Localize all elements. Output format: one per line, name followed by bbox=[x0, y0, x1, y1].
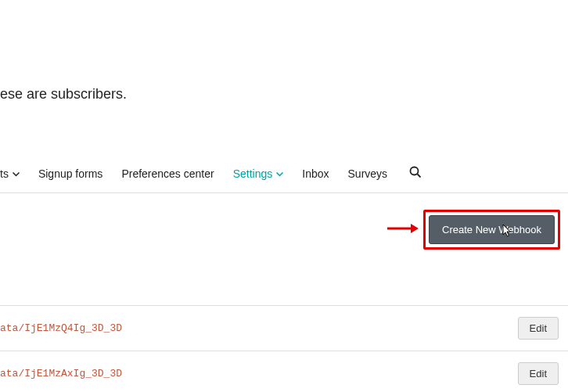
search-icon[interactable] bbox=[409, 166, 422, 182]
arrow-right-icon bbox=[387, 222, 419, 238]
tab-signup-forms[interactable]: Signup forms bbox=[38, 167, 102, 180]
webhook-list: ata/IjE1MzQ4Ig_3D_3D Edit ata/IjE1MzAxIg… bbox=[0, 305, 568, 392]
tab-inbox[interactable]: Inbox bbox=[302, 167, 329, 180]
edit-button[interactable]: Edit bbox=[518, 317, 559, 340]
svg-marker-3 bbox=[411, 224, 419, 233]
page-description: ese are subscribers. bbox=[0, 86, 127, 102]
webhook-row: ata/IjE1MzQ4Ig_3D_3D Edit bbox=[0, 305, 568, 351]
create-new-webhook-button[interactable]: Create New Webhook bbox=[429, 215, 555, 244]
highlight-box: Create New Webhook bbox=[423, 210, 560, 250]
webhook-row: ata/IjE1MzAxIg_3D_3D Edit bbox=[0, 351, 568, 392]
webhook-url: ata/IjE1MzAxIg_3D_3D bbox=[0, 368, 122, 379]
chevron-down-icon bbox=[13, 170, 20, 178]
tab-settings[interactable]: Settings bbox=[233, 167, 284, 180]
edit-button[interactable]: Edit bbox=[518, 362, 559, 385]
tab-truncated[interactable]: ts bbox=[0, 167, 20, 180]
svg-line-1 bbox=[418, 174, 421, 178]
tab-label: ts bbox=[0, 167, 9, 180]
tab-label: Surveys bbox=[348, 167, 388, 180]
tab-label: Signup forms bbox=[38, 167, 102, 180]
tab-surveys[interactable]: Surveys bbox=[348, 167, 388, 180]
tab-label: Preferences center bbox=[121, 167, 214, 180]
webhook-url: ata/IjE1MzQ4Ig_3D_3D bbox=[0, 322, 122, 334]
tab-label: Settings bbox=[233, 167, 273, 180]
tab-navigation: ts Signup forms Preferences center Setti… bbox=[0, 166, 568, 193]
svg-point-0 bbox=[411, 167, 419, 175]
chevron-down-icon bbox=[276, 170, 283, 178]
tab-preferences-center[interactable]: Preferences center bbox=[121, 167, 214, 180]
annotation-highlight: Create New Webhook bbox=[387, 210, 560, 250]
tab-label: Inbox bbox=[302, 167, 329, 180]
